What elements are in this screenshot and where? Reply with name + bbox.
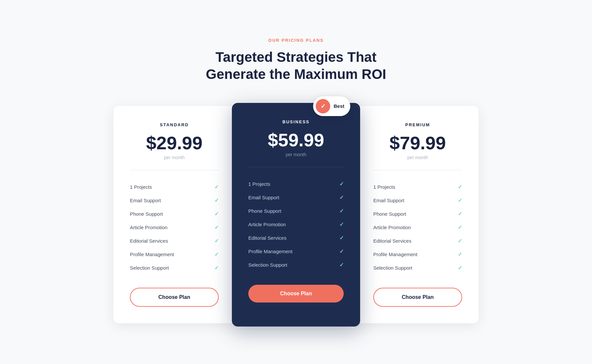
feature-list-standard: 1 Projects ✓ Email Support ✓ Phone Suppo… xyxy=(130,180,219,275)
list-item: Phone Support ✓ xyxy=(373,207,462,221)
best-badge-label: Best xyxy=(333,103,344,109)
list-item: Phone Support ✓ xyxy=(248,204,344,218)
check-icon: ✓ xyxy=(458,211,462,217)
best-badge-icon: ✓ xyxy=(316,99,330,113)
plan-card-standard: STANDARD $29.99 per month 1 Projects ✓ E… xyxy=(113,106,235,323)
plan-period-premium: per month xyxy=(373,155,462,160)
list-item: Article Promotion ✓ xyxy=(373,221,462,234)
check-icon: ✓ xyxy=(339,235,344,241)
list-item: Profile Management ✓ xyxy=(373,248,462,261)
divider-premium xyxy=(373,170,462,170)
check-icon: ✓ xyxy=(458,224,462,231)
plans-container: STANDARD $29.99 per month 1 Projects ✓ E… xyxy=(113,103,479,327)
list-item: Profile Management ✓ xyxy=(130,248,219,261)
check-icon: ✓ xyxy=(339,262,344,268)
plan-name-premium: PREMIUM xyxy=(373,122,462,127)
plan-name-standard: STANDARD xyxy=(130,122,219,127)
list-item: Selection Support ✓ xyxy=(373,261,462,275)
check-icon: ✓ xyxy=(458,184,462,190)
list-item: Article Promotion ✓ xyxy=(130,221,219,234)
check-icon: ✓ xyxy=(339,221,344,228)
plan-period-standard: per month xyxy=(130,155,219,160)
check-icon: ✓ xyxy=(458,197,462,204)
check-icon: ✓ xyxy=(214,184,219,190)
check-icon: ✓ xyxy=(214,197,219,204)
check-icon: ✓ xyxy=(214,251,219,257)
list-item: Selection Support ✓ xyxy=(248,258,344,272)
divider-standard xyxy=(130,170,219,170)
list-item: 1 Projects ✓ xyxy=(130,180,219,194)
list-item: 1 Projects ✓ xyxy=(373,180,462,194)
list-item: Email Support ✓ xyxy=(373,194,462,207)
list-item: Email Support ✓ xyxy=(248,191,344,204)
list-item: 1 Projects ✓ xyxy=(248,177,344,191)
best-badge: ✓ Best xyxy=(313,96,350,116)
check-icon: ✓ xyxy=(339,248,344,255)
list-item: Profile Management ✓ xyxy=(248,245,344,258)
choose-plan-button-business[interactable]: Choose Plan xyxy=(248,285,344,303)
check-icon: ✓ xyxy=(214,238,219,244)
plan-period-business: per month xyxy=(248,152,344,157)
check-icon: ✓ xyxy=(339,208,344,214)
check-icon: ✓ xyxy=(339,194,344,201)
list-item: Phone Support ✓ xyxy=(130,207,219,221)
list-item: Selection Support ✓ xyxy=(130,261,219,275)
divider-business xyxy=(248,167,344,167)
choose-plan-button-standard[interactable]: Choose Plan xyxy=(130,288,219,307)
plan-name-business: BUSINESS xyxy=(248,119,344,124)
plan-price-premium: $79.99 xyxy=(373,134,462,152)
header-title: Targeted Strategies That Generate the Ma… xyxy=(206,49,386,83)
check-icon: ✓ xyxy=(458,251,462,257)
plan-card-business: ✓ Best BUSINESS $59.99 per month 1 Proje… xyxy=(232,103,360,327)
check-icon: ✓ xyxy=(214,265,219,271)
list-item: Editorial Services ✓ xyxy=(130,234,219,248)
check-icon: ✓ xyxy=(214,224,219,231)
list-item: Email Support ✓ xyxy=(130,194,219,207)
choose-plan-button-premium[interactable]: Choose Plan xyxy=(373,288,462,307)
plan-price-standard: $29.99 xyxy=(130,134,219,152)
list-item: Editorial Services ✓ xyxy=(373,234,462,248)
feature-list-premium: 1 Projects ✓ Email Support ✓ Phone Suppo… xyxy=(373,180,462,275)
list-item: Editorial Services ✓ xyxy=(248,231,344,245)
feature-list-business: 1 Projects ✓ Email Support ✓ Phone Suppo… xyxy=(248,177,344,272)
check-icon: ✓ xyxy=(458,265,462,271)
check-icon: ✓ xyxy=(339,181,344,187)
list-item: Article Promotion ✓ xyxy=(248,218,344,231)
plan-price-business: $59.99 xyxy=(248,131,344,149)
page-header: OUR PRICING PLANS Targeted Strategies Th… xyxy=(206,38,386,83)
check-icon: ✓ xyxy=(214,211,219,217)
plan-card-premium: PREMIUM $79.99 per month 1 Projects ✓ Em… xyxy=(357,106,479,323)
check-icon: ✓ xyxy=(458,238,462,244)
header-subtitle: OUR PRICING PLANS xyxy=(206,38,386,43)
